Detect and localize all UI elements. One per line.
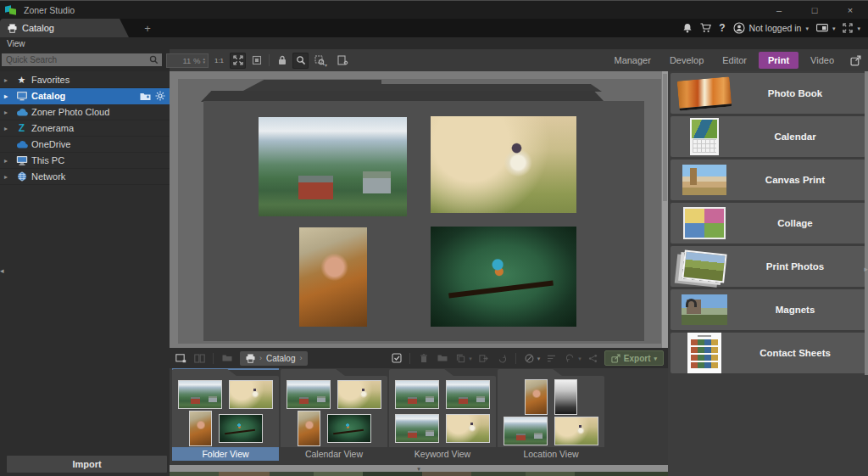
photo-thumbnail[interactable]: [504, 417, 548, 445]
photo-thumbnail[interactable]: [219, 414, 263, 443]
sidebar-item-network[interactable]: ▸ Network: [0, 169, 170, 185]
display-layout-menu[interactable]: ▾: [816, 23, 836, 33]
expander-icon[interactable]: ▸: [4, 157, 14, 165]
minimize-button[interactable]: –: [761, 1, 797, 19]
stepper-down-icon[interactable]: ▾: [203, 60, 205, 64]
expander-icon[interactable]: ▸: [4, 125, 14, 132]
product-collage[interactable]: Collage: [670, 203, 865, 244]
view-card-location[interactable]: Location View: [498, 369, 604, 461]
photo-thumbnail[interactable]: [229, 380, 273, 409]
actual-size-button[interactable]: 1:1: [211, 53, 227, 69]
view-card-calendar[interactable]: Calendar View: [281, 369, 387, 461]
sidebar-item-zoner-photo-cloud[interactable]: ▸ Zoner Photo Cloud: [0, 104, 170, 120]
rotate-icon[interactable]: [495, 351, 509, 366]
zoom-region-button[interactable]: ▾: [311, 53, 327, 69]
preview-settings-button[interactable]: [335, 53, 351, 69]
photo-thumbnail[interactable]: [337, 380, 381, 409]
select-all-icon[interactable]: [389, 351, 403, 366]
fullscreen-menu[interactable]: ▾: [843, 23, 860, 33]
fit-to-screen-button[interactable]: [230, 53, 246, 69]
copy-menu[interactable]: ▾: [453, 351, 472, 366]
help-button[interactable]: ?: [719, 22, 725, 34]
view-card-keyword[interactable]: Keyword View: [389, 369, 496, 461]
breadcrumb-root[interactable]: Catalog: [266, 354, 295, 363]
product-photo-book[interactable]: Photo Book: [670, 73, 865, 114]
photo-thumbnail[interactable]: [554, 379, 577, 415]
lock-zoom-button[interactable]: [274, 53, 290, 69]
photo-thumbnail[interactable]: [395, 380, 439, 409]
collapse-sidebar-arrow[interactable]: ◂: [0, 266, 4, 275]
expander-icon[interactable]: ▸: [4, 109, 14, 116]
expander-icon[interactable]: ▸: [4, 76, 14, 84]
mode-tab-develop[interactable]: Develop: [660, 52, 713, 69]
photo-thumbnail[interactable]: [287, 380, 331, 409]
photo-thumbnail[interactable]: [446, 414, 490, 443]
expander-icon[interactable]: ▸: [4, 173, 14, 181]
zoom-tool-button[interactable]: [292, 53, 309, 69]
product-magnets[interactable]: Magnets: [670, 289, 865, 330]
expander-icon[interactable]: ▸: [4, 92, 14, 100]
sidebar-item-this-pc[interactable]: ▸ This PC: [0, 153, 170, 169]
new-tab-button[interactable]: +: [137, 19, 158, 37]
account-menu[interactable]: Not logged in ▾: [733, 22, 809, 34]
canvas-vertical-scrollbar[interactable]: [662, 71, 668, 348]
zoom-level-input[interactable]: 11 % ▴ ▾: [166, 53, 209, 68]
fill-screen-button[interactable]: [248, 53, 264, 69]
zoom-stepper[interactable]: ▴ ▾: [203, 57, 205, 64]
product-print-photos[interactable]: Print Photos: [670, 246, 865, 287]
mode-tab-manager[interactable]: Manager: [604, 52, 659, 69]
sidebar-item-catalog[interactable]: ▸ Catalog: [0, 88, 170, 104]
photo-woman-portrait[interactable]: [299, 227, 367, 327]
filter-menu[interactable]: ▾: [522, 351, 541, 366]
refresh-menu[interactable]: ▾: [563, 351, 581, 366]
preview-window-icon[interactable]: [174, 351, 188, 366]
sidebar-item-zonerama[interactable]: ▸ Z Zonerama: [0, 120, 170, 137]
strip-resize-handle[interactable]: ▾: [170, 465, 668, 472]
sidebar-item-onedrive[interactable]: OneDrive: [0, 137, 170, 153]
add-folder-icon[interactable]: [140, 92, 151, 101]
panel-scrollbar[interactable]: [865, 71, 868, 375]
product-canvas-print[interactable]: Canvas Print: [670, 160, 865, 200]
gear-icon[interactable]: [155, 91, 165, 101]
paste-icon[interactable]: [476, 351, 491, 366]
search-input[interactable]: [2, 55, 149, 64]
photo-thumbnail[interactable]: [327, 414, 371, 443]
breadcrumb[interactable]: › Catalog ›: [240, 351, 308, 366]
filter-circle-icon[interactable]: [522, 351, 537, 366]
mode-tab-editor[interactable]: Editor: [713, 52, 756, 69]
photo-thumbnail[interactable]: [395, 414, 439, 443]
photo-mountain-cabin[interactable]: [259, 117, 407, 216]
sidebar-item-favorites[interactable]: ▸ ★ Favorites: [0, 72, 170, 88]
mode-tab-video[interactable]: Video: [801, 52, 843, 69]
export-button[interactable]: Export ▾: [604, 350, 664, 366]
product-contact-sheets[interactable]: Contact Sheets: [670, 333, 865, 373]
cart-icon[interactable]: [700, 23, 711, 33]
photo-thumbnail[interactable]: [189, 411, 212, 446]
tab-catalog[interactable]: Catalog: [0, 19, 129, 37]
refresh-icon[interactable]: [563, 351, 577, 366]
search-icon[interactable]: [149, 55, 162, 64]
photo-thumbnail[interactable]: [554, 417, 598, 445]
maximize-button[interactable]: □: [797, 1, 832, 19]
breadcrumb-chevron-icon[interactable]: ›: [299, 354, 302, 362]
product-calendar[interactable]: Calendar: [670, 116, 865, 157]
menu-view[interactable]: View: [0, 39, 32, 48]
photo-thumbnail[interactable]: [178, 380, 222, 409]
import-button[interactable]: Import: [7, 456, 167, 473]
mode-tab-print[interactable]: Print: [759, 52, 798, 69]
view-card-folder[interactable]: Folder View: [172, 369, 279, 461]
notifications-bell-icon[interactable]: [682, 23, 693, 33]
folder-up-icon[interactable]: [220, 351, 234, 366]
photo-kingfisher[interactable]: [431, 227, 576, 327]
photo-thumbnail[interactable]: [446, 380, 490, 409]
photo-butterfly-flower[interactable]: [431, 116, 576, 213]
photo-thumbnail[interactable]: [525, 379, 548, 415]
sort-icon[interactable]: [544, 351, 559, 366]
share-icon[interactable]: [586, 351, 600, 366]
collapse-panel-arrow[interactable]: ▸: [864, 265, 868, 273]
delete-icon[interactable]: [416, 351, 431, 366]
move-to-folder-icon[interactable]: [435, 351, 449, 366]
undock-window-button[interactable]: [850, 55, 861, 66]
photo-thumbnail[interactable]: [298, 411, 320, 446]
close-button[interactable]: ×: [832, 1, 868, 19]
